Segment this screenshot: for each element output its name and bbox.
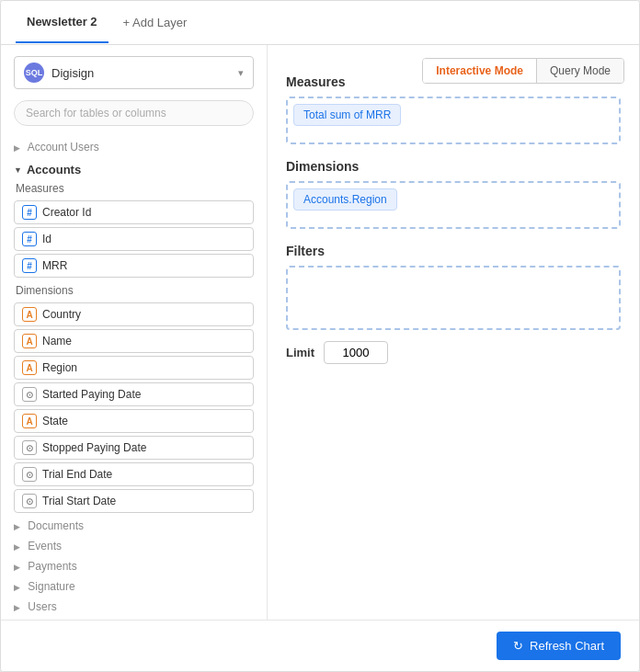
text-icon: A xyxy=(22,334,37,348)
field-name[interactable]: A Name xyxy=(14,329,254,353)
sidebar-item-events[interactable]: Events xyxy=(14,536,254,556)
datasource-selector: SQL Digisign ▾ xyxy=(1,45,267,97)
time-icon: ⊙ xyxy=(22,467,37,482)
main-content: SQL Digisign ▾ Account Users Accounts M xyxy=(1,45,639,620)
field-started-paying-date[interactable]: ⊙ Started Paying Date xyxy=(14,382,254,406)
field-country[interactable]: A Country xyxy=(14,302,254,326)
limit-input[interactable] xyxy=(324,341,388,364)
tab-add-layer[interactable]: + Add Layer xyxy=(112,3,199,42)
dimensions-title: Dimensions xyxy=(286,159,621,174)
text-icon: A xyxy=(22,307,37,322)
measures-section-label: Measures xyxy=(14,178,254,198)
app-container: Newsletter 2 + Add Layer SQL Digisign ▾ xyxy=(0,0,640,672)
dimensions-section-label: Dimensions xyxy=(14,280,254,300)
hash-icon: # xyxy=(22,232,37,246)
interactive-mode-button[interactable]: Interactive Mode xyxy=(423,59,537,83)
field-stopped-paying-date[interactable]: ⊙ Stopped Paying Date xyxy=(14,436,254,460)
filters-title: Filters xyxy=(286,244,621,258)
field-region[interactable]: A Region xyxy=(14,356,254,380)
dimensions-chip[interactable]: Accounts.Region xyxy=(293,188,397,211)
text-icon: A xyxy=(22,360,37,375)
refresh-icon: ↻ xyxy=(513,639,523,653)
sidebar-item-account-users[interactable]: Account Users xyxy=(14,137,254,157)
field-trial-end-date[interactable]: ⊙ Trial End Date xyxy=(14,462,254,486)
sidebar-item-accounts[interactable]: Accounts xyxy=(14,157,254,178)
filters-drop-zone[interactable] xyxy=(286,266,621,330)
hash-icon: # xyxy=(22,205,37,220)
bottom-bar: ↻ Refresh Chart xyxy=(1,620,639,671)
limit-row: Limit xyxy=(286,341,621,364)
sidebar-item-signature[interactable]: Signature xyxy=(14,576,254,597)
sql-badge: SQL xyxy=(24,63,44,83)
tree-area: Account Users Accounts Measures # Creato… xyxy=(1,133,267,620)
measures-drop-zone[interactable]: Total sum of MRR xyxy=(286,97,621,144)
sidebar-item-payments[interactable]: Payments xyxy=(14,556,254,576)
time-icon: ⊙ xyxy=(22,494,37,508)
search-box xyxy=(1,97,267,133)
right-panel: Interactive Mode Query Mode Measures Tot… xyxy=(268,45,639,620)
refresh-chart-button[interactable]: ↻ Refresh Chart xyxy=(497,632,621,660)
tab-newsletter-2[interactable]: Newsletter 2 xyxy=(16,2,109,43)
field-mrr[interactable]: # MRR xyxy=(14,254,254,278)
time-icon: ⊙ xyxy=(22,387,37,402)
field-trial-start-date[interactable]: ⊙ Trial Start Date xyxy=(14,489,254,513)
limit-label: Limit xyxy=(286,346,314,359)
field-id[interactable]: # Id xyxy=(14,227,254,251)
field-state[interactable]: A State xyxy=(14,409,254,433)
query-mode-button[interactable]: Query Mode xyxy=(537,59,623,83)
dimensions-drop-zone[interactable]: Accounts.Region xyxy=(286,181,621,229)
datasource-dropdown[interactable]: SQL Digisign ▾ xyxy=(14,56,254,89)
sidebar-item-documents[interactable]: Documents xyxy=(14,516,254,536)
measures-chip[interactable]: Total sum of MRR xyxy=(293,104,401,126)
search-input[interactable] xyxy=(14,100,254,126)
time-icon: ⊙ xyxy=(22,440,37,455)
left-panel: SQL Digisign ▾ Account Users Accounts M xyxy=(1,45,268,620)
hash-icon: # xyxy=(22,258,37,273)
caret-icon: ▾ xyxy=(238,67,244,79)
text-icon: A xyxy=(22,414,37,428)
mode-toggle: Interactive Mode Query Mode xyxy=(422,58,624,84)
sidebar-item-users[interactable]: Users xyxy=(14,597,254,617)
tab-bar: Newsletter 2 + Add Layer xyxy=(1,1,639,45)
field-creator-id[interactable]: # Creator Id xyxy=(14,200,254,224)
datasource-name: Digisign xyxy=(51,66,238,80)
